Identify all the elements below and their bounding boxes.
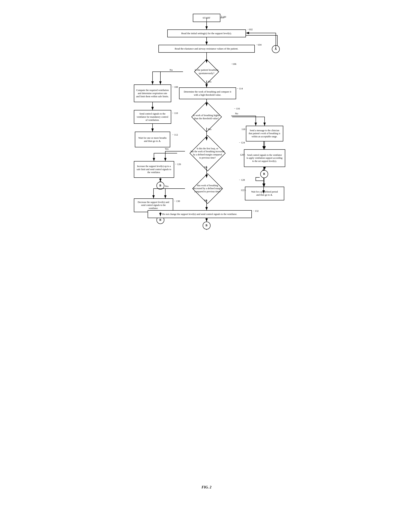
ref-122: 122 \ — [241, 189, 246, 192]
ref-114: − 114 — [237, 87, 243, 90]
ref-126: − 126 — [175, 163, 181, 166]
node-128-text: Has work of breathingdecreased by a defi… — [188, 184, 227, 193]
ref-100: 100 — [222, 15, 226, 19]
ref-110: − 110 — [172, 112, 178, 115]
node-124-container: Is this the first loop, orhas the work o… — [177, 141, 238, 166]
ref-130: − 130 — [174, 200, 180, 203]
label-no-124: No — [204, 166, 207, 169]
ref-106: −106 — [231, 62, 236, 66]
ref-104: −104 — [256, 43, 262, 46]
node-126: Increase the support level(s) up to a sa… — [134, 161, 174, 178]
node-116-container: Is work of breathing higherthan the thre… — [181, 106, 232, 128]
ref-116: − 116 — [234, 107, 240, 110]
ref-132: − 132 — [253, 209, 259, 213]
circle-B4: B — [203, 222, 211, 229]
label-yes-106: Yes — [208, 80, 212, 83]
ref-128: − 128 — [239, 178, 245, 181]
node-124-text: Is this the first loop, orhas the work o… — [190, 147, 225, 159]
node-116-text: Is work of breathing higherthan the thre… — [193, 114, 220, 120]
fig-label: FIG. 2 — [122, 485, 291, 489]
ref-108: − 108 — [172, 86, 178, 89]
node-132: Do not change the support level(s) and s… — [148, 210, 252, 218]
circle-B1: B — [260, 170, 268, 178]
ref-112: − 112 — [172, 133, 178, 136]
node-106-text: Is the patient breathingspontaneously? — [195, 68, 218, 75]
ref-102: −102 — [247, 28, 253, 31]
label-no-116: No — [235, 112, 238, 115]
node-112: Wait for one or more breathsand then go … — [135, 132, 170, 147]
node-106-container: Is the patient breathingspontaneously? — [183, 63, 230, 81]
node-108: Compute the required ventilation and det… — [134, 85, 171, 102]
label-yes-116: Yes — [208, 128, 212, 131]
node-122: Wait for a predefined periodand then go … — [245, 187, 284, 200]
node-104: Read the elastance and airway resistance… — [158, 45, 255, 53]
circle-B2: B — [157, 182, 164, 190]
circle-A-connector: A — [272, 45, 280, 53]
flowchart: START 100 Read the initial setting(s) fo… — [122, 10, 291, 481]
node-102: Read the initial setting(s) for the supp… — [167, 29, 246, 37]
ref-118: 118 \ — [242, 128, 247, 131]
page: START 100 Read the initial setting(s) fo… — [118, 4, 295, 499]
start-box: START — [193, 14, 220, 22]
node-110: Send control signals to the ventilator f… — [134, 110, 171, 124]
node-118: Send a message to the clinician that pat… — [246, 126, 283, 142]
ref-124: − 124 — [239, 141, 245, 144]
node-128-container: Has work of breathingdecreased by a defi… — [177, 178, 238, 200]
ref-120: 120 \ — [240, 153, 245, 156]
label-no-128: No — [204, 199, 207, 202]
label-yes-124: Yes — [165, 147, 169, 151]
label-yes-128: Yes — [165, 185, 169, 188]
node-114: Determine the work of breathing and comp… — [179, 87, 236, 99]
label-no-106: No — [170, 68, 173, 72]
node-120: Send control signals to the ventilator t… — [244, 149, 285, 167]
